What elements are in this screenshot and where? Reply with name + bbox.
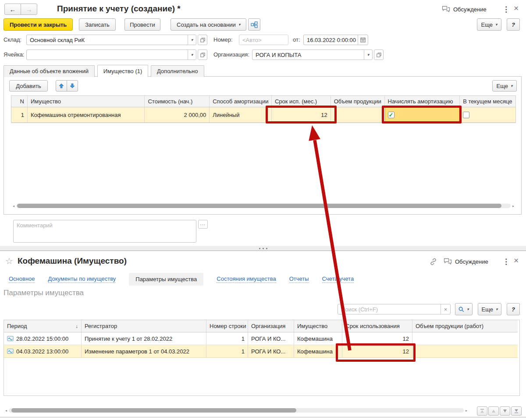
next-page-button[interactable] [500, 406, 510, 416]
forward-button[interactable] [21, 4, 37, 15]
scrollbar-track[interactable] [16, 204, 511, 208]
scrollbar-thumb[interactable] [17, 204, 501, 208]
organization-input[interactable]: РОГА И КОПЫТА [252, 49, 373, 60]
subordination-structure-button[interactable] [248, 18, 260, 31]
cell-term[interactable]: 12 [342, 345, 412, 358]
grid-more-button[interactable]: Еще [492, 80, 517, 92]
cell-volume[interactable] [412, 345, 518, 358]
warehouse-open-button[interactable] [198, 35, 207, 45]
calendar-button[interactable] [358, 35, 368, 45]
cell-volume[interactable] [412, 332, 518, 345]
copy-link-button[interactable] [430, 258, 437, 267]
cell-in-current-month[interactable] [460, 107, 515, 123]
tab-investment-object-data[interactable]: Данные об объекте вложений [4, 65, 95, 77]
search-options-button[interactable] [455, 303, 473, 315]
move-row-down-button[interactable] [67, 80, 78, 92]
add-row-button[interactable]: Добавить [9, 80, 48, 92]
table-row[interactable]: 28.02.2022 15:00:00 Принятие к учету 1 о… [4, 332, 519, 345]
number-input[interactable]: <Авто> [239, 35, 288, 45]
cell-period[interactable]: 04.03.2022 13:00:00 [4, 345, 82, 358]
post-button[interactable]: Провести [124, 18, 160, 31]
cell-input[interactable] [26, 49, 196, 60]
more-menu-icon[interactable] [502, 257, 510, 266]
help-button[interactable] [507, 18, 520, 31]
window-horizontal-scrollbar[interactable] [4, 407, 469, 413]
post-and-close-button[interactable]: Провести и закрыть [4, 18, 73, 31]
column-header-period[interactable]: Период [4, 320, 82, 332]
cell-volume[interactable] [331, 107, 385, 123]
column-header-current-month[interactable]: В текущем месяце [460, 96, 515, 107]
cell-organization[interactable]: РОГА И КО... [248, 345, 294, 358]
cell-line-number[interactable]: 1 [206, 345, 248, 358]
nav-accounts[interactable]: Счета учета [322, 275, 354, 283]
scroll-left-icon[interactable] [11, 204, 16, 208]
scroll-right-icon[interactable] [464, 409, 469, 413]
nav-parameters-active[interactable]: Параметры имущества [129, 273, 203, 286]
cell-cost[interactable]: 2 000,00 [145, 107, 210, 123]
go-to-first-button[interactable] [477, 406, 487, 416]
scroll-right-icon[interactable] [511, 204, 516, 208]
cell-registrar[interactable]: Принятие к учету 1 от 28.02.2022 [82, 332, 206, 345]
current-month-checkbox[interactable] [463, 112, 469, 118]
cell-open-button[interactable] [198, 49, 207, 60]
warehouse-input[interactable]: Основной склад РиК [26, 35, 196, 45]
clear-search-button[interactable]: × [441, 304, 450, 314]
more-menu-icon[interactable] [502, 5, 510, 14]
nav-reports[interactable]: Отчеты [289, 275, 309, 283]
table-horizontal-scrollbar[interactable] [11, 203, 516, 209]
organization-dropdown-button[interactable] [364, 50, 372, 60]
accrue-depreciation-checkbox[interactable] [388, 112, 394, 118]
column-header-term[interactable]: Срок исп. (мес.) [272, 96, 331, 107]
date-input[interactable]: 16.03.2022 0:00:00 [303, 35, 368, 45]
cell-asset[interactable]: Кофемашина [294, 332, 342, 345]
table-row[interactable]: 04.03.2022 13:00:00 Изменение параметров… [4, 345, 519, 358]
column-header-volume[interactable]: Объем продукции (работ) [412, 320, 518, 332]
cell-term[interactable]: 12 [272, 107, 331, 123]
cell-registrar[interactable]: Изменение параметров 1 от 04.03.2022 [82, 345, 206, 358]
tab-additional[interactable]: Дополнительно [151, 65, 204, 77]
column-header-registrar[interactable]: Регистратор [82, 320, 206, 332]
list-more-button[interactable]: Еще [478, 303, 501, 315]
warehouse-dropdown-button[interactable] [188, 35, 196, 45]
search-input[interactable]: Поиск (Ctrl+F) × [338, 304, 451, 314]
go-to-last-button[interactable] [511, 406, 522, 416]
table-row[interactable]: 1 Кофемашина отремонтированная 2 000,00 … [11, 107, 515, 123]
cell-period[interactable]: 28.02.2022 15:00:00 [4, 332, 82, 345]
close-window-icon[interactable] [514, 256, 519, 265]
column-header-n[interactable]: N [11, 96, 28, 107]
column-header-method[interactable]: Способ амортизации [210, 96, 272, 107]
cell-asset[interactable]: Кофемашина [294, 345, 342, 358]
comment-expand-button[interactable] [198, 220, 208, 229]
save-button[interactable]: Записать [79, 18, 116, 31]
cell-accrue-depreciation[interactable] [385, 107, 460, 123]
previous-page-button[interactable] [488, 406, 499, 416]
tab-property[interactable]: Имущество (1) [97, 65, 149, 77]
column-header-asset[interactable]: Имущество [294, 320, 342, 332]
column-header-term[interactable]: Срок использования [342, 320, 412, 332]
scrollbar-thumb[interactable] [11, 408, 296, 413]
help-button[interactable] [507, 303, 520, 315]
cell-asset[interactable]: Кофемашина отремонтированная [28, 107, 145, 123]
column-header-line-number[interactable]: Номер строки [206, 320, 248, 332]
scroll-left-icon[interactable] [4, 409, 9, 413]
cell-n[interactable]: 1 [11, 107, 28, 123]
more-actions-button[interactable]: Еще [477, 18, 501, 31]
cell-dropdown-button[interactable] [188, 50, 196, 60]
nav-documents[interactable]: Документы по имуществу [48, 275, 116, 283]
column-header-volume[interactable]: Объем продукции [331, 96, 385, 107]
cell-term[interactable]: 12 [342, 332, 412, 345]
column-header-organization[interactable]: Организация [248, 320, 294, 332]
close-window-icon[interactable] [514, 4, 519, 13]
scrollbar-track[interactable] [9, 408, 464, 413]
cell-line-number[interactable]: 1 [206, 332, 248, 345]
nav-main[interactable]: Основное [9, 275, 35, 283]
move-row-up-button[interactable] [56, 80, 67, 92]
comment-textarea[interactable]: Комментарий [13, 220, 196, 243]
nav-states[interactable]: Состояния имущества [217, 275, 276, 283]
cell-organization[interactable]: РОГА И КО... [248, 332, 294, 345]
back-button[interactable] [4, 4, 21, 15]
create-based-on-button[interactable]: Создать на основании [171, 18, 246, 31]
discussion-button[interactable]: Обсуждение [444, 258, 488, 265]
pane-splitter[interactable] [0, 246, 526, 251]
column-header-accrue[interactable]: Начислять амортизацию [385, 96, 460, 107]
